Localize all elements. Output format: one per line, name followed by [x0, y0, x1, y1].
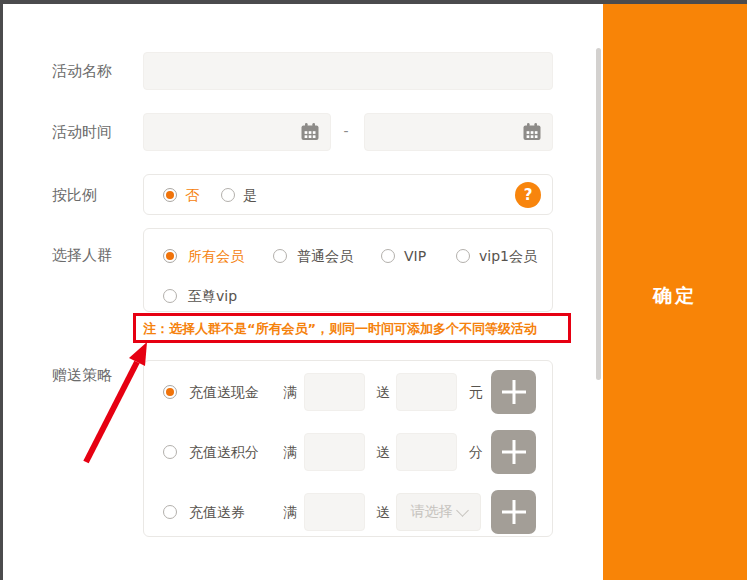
threshold-prefix: 满 — [283, 382, 297, 402]
radio-recharge-coupon[interactable] — [163, 505, 177, 519]
coupon-select[interactable]: 请选择 — [396, 493, 481, 531]
strategy-group: 充值送现金 满 送 元 充值送积分 满 送 分 充值送券 满 送 请选择 — [143, 360, 553, 537]
radio-recharge-cash-label[interactable]: 充值送现金 — [189, 382, 259, 402]
calendar-icon — [522, 122, 542, 142]
confirm-side-panel: 确定 — [603, 4, 747, 580]
radio-vip1-label[interactable]: vip1会员 — [479, 246, 537, 266]
radio-supreme-vip[interactable] — [163, 289, 177, 303]
radio-supreme-vip-label[interactable]: 至尊vip — [188, 286, 237, 306]
cash-unit: 元 — [469, 382, 483, 402]
radio-vip1[interactable] — [456, 249, 470, 263]
coupon-threshold-input[interactable] — [304, 493, 365, 531]
radio-recharge-cash[interactable] — [163, 385, 177, 399]
radio-no-label[interactable]: 否 — [185, 185, 199, 205]
radio-yes-label[interactable]: 是 — [243, 185, 257, 205]
radio-normal-members[interactable] — [273, 249, 287, 263]
threshold-prefix: 满 — [283, 442, 297, 462]
gift-prefix: 送 — [376, 502, 390, 522]
question-mark-icon[interactable]: ? — [515, 182, 541, 208]
radio-all-members-label[interactable]: 所有会员 — [188, 246, 244, 266]
coupon-select-placeholder: 请选择 — [411, 503, 453, 521]
modal-left-edge — [0, 0, 3, 580]
vertical-scrollbar-thumb[interactable] — [596, 48, 601, 380]
radio-all-members[interactable] — [163, 249, 177, 263]
cash-threshold-input[interactable] — [304, 373, 365, 411]
activity-name-label: 活动名称 — [52, 63, 112, 79]
activity-name-input[interactable] — [143, 52, 553, 90]
by-ratio-label: 按比例 — [52, 187, 97, 203]
confirm-button[interactable]: 确定 — [603, 283, 747, 309]
radio-recharge-points[interactable] — [163, 445, 177, 459]
end-date-input[interactable] — [364, 113, 553, 151]
date-range-separator: - — [338, 123, 354, 139]
crowd-group: 所有会员 普通会员 VIP vip1会员 至尊vip — [143, 228, 553, 312]
modal-top-edge — [0, 0, 747, 4]
cash-gift-input[interactable] — [396, 373, 457, 411]
radio-normal-members-label[interactable]: 普通会员 — [297, 246, 353, 266]
gift-prefix: 送 — [376, 442, 390, 462]
radio-vip[interactable] — [381, 249, 395, 263]
start-date-input[interactable] — [143, 113, 331, 151]
radio-recharge-coupon-label[interactable]: 充值送券 — [189, 502, 245, 522]
threshold-prefix: 满 — [283, 502, 297, 522]
radio-no[interactable] — [163, 188, 177, 202]
add-cash-rule-button[interactable] — [491, 370, 536, 414]
gift-prefix: 送 — [376, 382, 390, 402]
chevron-down-icon — [456, 504, 469, 517]
by-ratio-group: 否 是 ? — [143, 174, 553, 215]
crowd-note-text: 注：选择人群不是“所有会员”，则同一时间可添加多个不同等级活动 — [143, 320, 537, 338]
crowd-label: 选择人群 — [52, 247, 112, 263]
radio-yes[interactable] — [221, 188, 235, 202]
points-gift-input[interactable] — [396, 433, 457, 471]
calendar-icon — [300, 122, 320, 142]
radio-vip-label[interactable]: VIP — [404, 246, 426, 266]
recharge-activity-modal: 活动名称 活动时间 - 按比例 否 是 ? 选择人群 所有会员 — [0, 0, 747, 580]
add-coupon-rule-button[interactable] — [491, 490, 536, 534]
strategy-label: 赠送策略 — [52, 367, 112, 383]
radio-recharge-points-label[interactable]: 充值送积分 — [189, 442, 259, 462]
points-threshold-input[interactable] — [304, 433, 365, 471]
points-unit: 分 — [469, 442, 483, 462]
activity-time-label: 活动时间 — [52, 124, 112, 140]
add-points-rule-button[interactable] — [491, 430, 536, 474]
